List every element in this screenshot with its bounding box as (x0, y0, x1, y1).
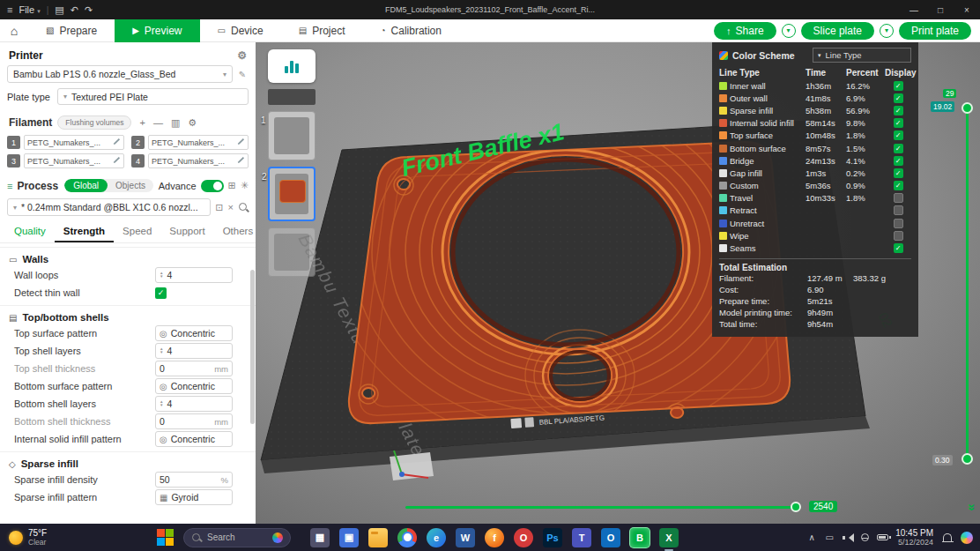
print-plate-button[interactable]: Print plate (899, 22, 971, 40)
view-type-select[interactable]: ▾Line Type (813, 48, 911, 63)
taskbar-clock[interactable]: 10:45 PM 5/12/2024 (895, 528, 933, 547)
save-preset-icon[interactable]: ⊡ (215, 202, 223, 213)
edit-filament-icon[interactable] (113, 156, 121, 166)
tab-preview[interactable]: ▶Preview (115, 19, 199, 42)
home-icon[interactable]: ⌂ (0, 24, 28, 38)
setting-select[interactable]: ▦Gyroid (155, 489, 233, 505)
print-options-chevron[interactable]: ▾ (880, 24, 894, 38)
param-tab-support[interactable]: Support (160, 223, 213, 242)
network-icon[interactable] (859, 533, 870, 541)
edit-filament-icon[interactable] (237, 138, 245, 147)
undo-icon[interactable]: ↶ (71, 4, 78, 16)
file-explorer-icon[interactable] (368, 528, 388, 547)
display-checkbox[interactable]: ✓ (894, 181, 903, 190)
start-button[interactable] (155, 528, 174, 547)
display-checkbox[interactable] (894, 219, 903, 228)
setting-select[interactable]: ◎Concentric (155, 378, 233, 394)
tab-project[interactable]: ▤Project (281, 19, 363, 42)
display-checkbox[interactable]: ✓ (894, 93, 903, 103)
filament-slot-3[interactable]: 3PETG_Numakers_... (7, 153, 124, 168)
section-header[interactable]: ◇Sparse infill (0, 451, 256, 471)
spinner-arrows-icon[interactable]: ▲▼ (160, 347, 163, 355)
setting-select[interactable]: ◎Concentric (155, 325, 233, 341)
filament-preset-box[interactable]: PETG_Numakers_... (24, 135, 124, 150)
maximize-button[interactable]: □ (927, 0, 954, 19)
desktop-app-icon[interactable]: ▦ (310, 528, 330, 547)
filament-slot-1[interactable]: 1PETG_Numakers_... (7, 135, 124, 150)
task-view-icon[interactable]: ▣ (339, 528, 359, 547)
plate-thumbnail-1[interactable]: 1 (268, 111, 316, 160)
word-icon[interactable]: W (456, 528, 475, 547)
copilot-icon[interactable] (961, 532, 973, 544)
filament-preset-box[interactable]: PETG_Numakers_... (148, 135, 249, 150)
move-slider-handle[interactable] (791, 502, 801, 512)
layer-slider-top-handle[interactable] (961, 102, 973, 114)
setting-spinner[interactable]: ▲▼4 (155, 267, 233, 283)
setting-select[interactable]: ◎Concentric (155, 431, 233, 447)
param-tab-quality[interactable]: Quality (5, 223, 55, 242)
param-tab-strength[interactable]: Strength (55, 223, 114, 242)
tab-prepare[interactable]: ▧Prepare (28, 19, 115, 42)
filament-settings-gear-icon[interactable]: ⚙ (188, 117, 197, 129)
weather-widget[interactable]: 75°F Clear (0, 528, 85, 547)
file-menu[interactable]: File ▾ (19, 4, 40, 15)
display-checkbox[interactable]: ✓ (894, 156, 903, 166)
view-all-settings-icon[interactable]: ✳ (241, 180, 249, 191)
display-checkbox[interactable]: ✓ (894, 106, 903, 115)
filament-preset-box[interactable]: PETG_Numakers_... (24, 153, 124, 168)
plate-list-toolbar[interactable] (268, 89, 316, 105)
export-icon[interactable]: ▤ (55, 4, 63, 16)
clear-preset-icon[interactable]: × (228, 202, 234, 212)
process-scope-switch[interactable]: Global Objects (64, 179, 153, 192)
photoshop-icon[interactable]: Ps (543, 528, 562, 547)
setting-unit[interactable]: 0mm (155, 361, 233, 376)
layer-slider-track[interactable] (966, 104, 969, 461)
display-checkbox[interactable] (894, 231, 903, 241)
battery-icon[interactable] (877, 534, 888, 540)
sidebar-scrollbar[interactable] (250, 270, 255, 424)
display-checkbox[interactable]: ✓ (894, 130, 903, 140)
layer-slider-bottom-handle[interactable] (961, 453, 973, 465)
spinner-arrows-icon[interactable]: ▲▼ (160, 400, 163, 408)
printer-select[interactable]: Bambu Lab P1S 0.6 nozzle_Glass_Bed▾ (7, 65, 233, 83)
plate-thumbnail-2[interactable]: 2 (268, 167, 316, 221)
display-checkbox[interactable] (894, 193, 903, 203)
setting-spinner[interactable]: ▲▼4 (155, 396, 233, 412)
move-slider-track[interactable] (405, 506, 798, 509)
spinner-arrows-icon[interactable]: ▲▼ (160, 272, 163, 279)
display-checkbox[interactable]: ✓ (894, 168, 903, 178)
param-tab-speed[interactable]: Speed (114, 223, 160, 242)
opera-icon[interactable]: O (514, 528, 533, 547)
slice-options-chevron[interactable]: ▾ (782, 24, 796, 38)
minimize-button[interactable]: — (901, 0, 927, 19)
filament-preset-box[interactable]: PETG_Numakers_... (148, 153, 249, 168)
collapse-slider-icon[interactable]: « (961, 503, 976, 510)
edit-printer-icon[interactable]: ✎ (236, 70, 249, 79)
remove-filament-icon[interactable]: — (153, 117, 163, 128)
setting-unit[interactable]: 0mm (155, 413, 233, 429)
display-checkbox[interactable]: ✓ (894, 81, 903, 91)
chrome-icon[interactable] (397, 528, 417, 547)
edit-filament-icon[interactable] (113, 138, 121, 147)
add-filament-icon[interactable]: + (139, 117, 145, 128)
close-button[interactable]: × (954, 0, 980, 19)
taskbar-search[interactable]: Search (183, 528, 291, 547)
section-header[interactable]: ▭Walls (0, 247, 256, 266)
tab-calibration[interactable]: ◔Calibration (363, 19, 459, 42)
bambu-studio-icon[interactable]: B (630, 528, 650, 547)
display-icon[interactable]: ▭ (824, 532, 835, 542)
flushing-volumes-button[interactable]: Flushing volumes (57, 115, 131, 130)
excel-icon[interactable]: X (659, 528, 679, 547)
tab-device[interactable]: ▭Device (200, 19, 281, 42)
edge-icon[interactable]: e (427, 528, 446, 547)
outlook-icon[interactable]: O (601, 528, 620, 547)
param-tab-others[interactable]: Others (214, 223, 263, 242)
display-checkbox[interactable]: ✓ (894, 118, 903, 128)
global-scope-button[interactable]: Global (64, 179, 108, 192)
process-preset-select[interactable]: ▾ * 0.24mm Standard @BBL X1C 0.6 nozzl..… (7, 198, 211, 216)
compare-presets-icon[interactable]: ⊞ (228, 180, 236, 191)
section-header[interactable]: ▤Top/bottom shells (0, 305, 256, 324)
search-settings-icon[interactable] (238, 202, 249, 212)
edit-filament-icon[interactable] (237, 156, 245, 166)
display-checkbox[interactable] (894, 205, 903, 215)
